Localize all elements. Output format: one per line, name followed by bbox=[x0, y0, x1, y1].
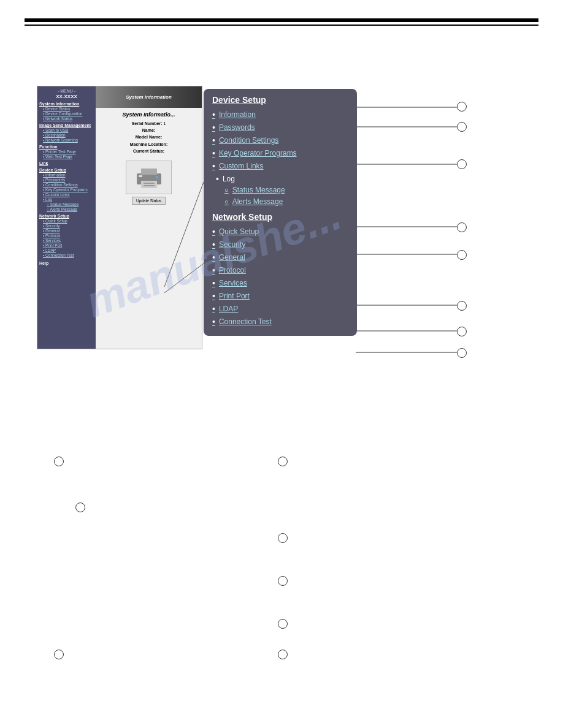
popup-log-label: Log bbox=[212, 174, 348, 184]
popup-status-message[interactable]: Status Message bbox=[212, 186, 348, 194]
sidebar-link-custom-links[interactable]: Custom Links bbox=[39, 192, 94, 197]
popup-security[interactable]: Security bbox=[212, 240, 348, 249]
bottom-circle-6 bbox=[278, 619, 288, 629]
sidebar-link-network-scanning[interactable]: Network Scanning bbox=[39, 138, 94, 142]
bottom-circle-4 bbox=[278, 533, 288, 543]
svg-rect-4 bbox=[144, 185, 155, 186]
info-location: Machine Location: bbox=[99, 141, 198, 148]
popup-ldap[interactable]: LDAP bbox=[212, 304, 348, 314]
browser-main-panel: System Information System Informatio... … bbox=[96, 86, 202, 349]
popup-information[interactable]: Information bbox=[212, 110, 348, 119]
sidebar-section-network-setup: Network Setup bbox=[39, 214, 94, 218]
sidebar-link-services[interactable]: Services bbox=[39, 238, 94, 243]
sidebar-link-security[interactable]: Security bbox=[39, 224, 94, 228]
circle-6 bbox=[457, 301, 467, 311]
circle-4 bbox=[457, 222, 467, 232]
popup-alerts-message[interactable]: Alerts Message bbox=[212, 197, 348, 206]
sidebar-link-device-config[interactable]: Device Configuration bbox=[39, 112, 94, 116]
update-status-button[interactable]: Update Status bbox=[132, 197, 166, 205]
info-model: Model Name: bbox=[99, 134, 198, 140]
printer-svg bbox=[134, 165, 164, 189]
svg-rect-3 bbox=[144, 183, 155, 184]
network-setup-section: Network Setup Quick Setup Security Gener… bbox=[212, 212, 348, 327]
sidebar-section-function: Function bbox=[39, 145, 94, 149]
bottom-circle-7 bbox=[54, 650, 64, 659]
sidebar-link-protocol[interactable]: Protocol bbox=[39, 233, 94, 238]
popup-services[interactable]: Services bbox=[212, 278, 348, 288]
sidebar-link-web-test[interactable]: Web Test Page bbox=[39, 154, 94, 159]
circle-7 bbox=[457, 327, 467, 336]
bottom-circle-3 bbox=[75, 502, 85, 512]
sidebar-link-passwords[interactable]: Passwords bbox=[39, 178, 94, 182]
browser-header-image: System Information bbox=[96, 86, 202, 108]
bottom-circle-1 bbox=[54, 457, 64, 466]
circle-5 bbox=[457, 250, 467, 260]
popup-protocol[interactable]: Protocol bbox=[212, 265, 348, 275]
device-setup-popup: Device Setup Information Passwords Condi… bbox=[204, 89, 357, 336]
sidebar-help: Help bbox=[39, 261, 94, 265]
popup-condition-settings[interactable]: Condition Settings bbox=[212, 135, 348, 145]
device-image-box bbox=[126, 161, 172, 194]
sidebar-link-connection-test[interactable]: Connection Test bbox=[39, 253, 94, 257]
sidebar-section-image-send: Image Send Management bbox=[39, 123, 94, 127]
network-setup-title: Network Setup bbox=[212, 212, 348, 222]
system-info-panel: System Informatio... Serial Number: 1 Na… bbox=[96, 108, 202, 158]
sidebar-link-status-message[interactable]: Status Message bbox=[39, 202, 94, 207]
bottom-circle-5 bbox=[278, 576, 288, 586]
sidebar-link-key-operator[interactable]: Key Operator Programs bbox=[39, 188, 94, 192]
svg-point-5 bbox=[156, 176, 158, 178]
sidebar-section-system-info: System Information bbox=[39, 102, 94, 106]
sidebar-link-information[interactable]: Information bbox=[39, 173, 94, 177]
popup-general[interactable]: General bbox=[212, 252, 348, 262]
sidebar-link-network-status[interactable]: Network Status bbox=[39, 116, 94, 121]
sidebar-link-print-port[interactable]: Print Port bbox=[39, 243, 94, 248]
popup-custom-links[interactable]: Custom Links bbox=[212, 161, 348, 171]
popup-connection-test[interactable]: Connection Test bbox=[212, 317, 348, 327]
circle-3 bbox=[457, 159, 467, 169]
info-status: Current Status: bbox=[99, 148, 198, 154]
sidebar-link-alerts-message[interactable]: Alerts Message bbox=[39, 207, 94, 211]
sidebar-section-device-setup: Device Setup bbox=[39, 168, 94, 172]
sidebar-link-condition-settings[interactable]: Condition Settings bbox=[39, 183, 94, 187]
panel-title: System Informatio... bbox=[99, 112, 198, 118]
sidebar-link-destination[interactable]: Destination bbox=[39, 133, 94, 137]
sidebar-link-log[interactable]: Log bbox=[39, 197, 94, 202]
device-setup-title: Device Setup bbox=[212, 95, 348, 105]
header-label: System Information bbox=[126, 94, 172, 100]
popup-key-operator[interactable]: Key Operator Programs bbox=[212, 148, 348, 158]
popup-print-port[interactable]: Print Port bbox=[212, 291, 348, 301]
bottom-circle-8 bbox=[278, 650, 288, 659]
sidebar-link-ldap[interactable]: LDAP bbox=[39, 248, 94, 252]
circle-8 bbox=[457, 348, 467, 358]
sidebar-section-link: Link bbox=[39, 161, 94, 165]
circle-1 bbox=[457, 102, 467, 112]
model-name: XX-XXXX bbox=[39, 94, 94, 99]
browser-mockup: - MENU - XX-XXXX System Information Devi… bbox=[37, 86, 202, 349]
menu-title: - MENU - bbox=[39, 89, 94, 93]
popup-quick-setup[interactable]: Quick Setup bbox=[212, 227, 348, 237]
svg-rect-6 bbox=[139, 175, 142, 177]
bottom-circle-2 bbox=[278, 457, 288, 466]
info-name: Name: bbox=[99, 127, 198, 134]
circle-2 bbox=[457, 122, 467, 132]
sidebar-link-scan-usb[interactable]: Scan to USB bbox=[39, 128, 94, 132]
sidebar: - MENU - XX-XXXX System Information Devi… bbox=[37, 86, 96, 349]
svg-rect-2 bbox=[141, 181, 157, 188]
top-bar-thick bbox=[25, 18, 538, 22]
top-bar-thin bbox=[25, 25, 538, 26]
svg-rect-1 bbox=[141, 169, 157, 175]
popup-passwords[interactable]: Passwords bbox=[212, 123, 348, 132]
sidebar-link-printer-test[interactable]: Printer Test Page bbox=[39, 150, 94, 154]
sidebar-link-general[interactable]: General bbox=[39, 229, 94, 233]
sidebar-link-device-status[interactable]: Device Status bbox=[39, 107, 94, 111]
sidebar-link-quick-setup[interactable]: Quick Setup bbox=[39, 219, 94, 223]
info-serial: Serial Number: 1 bbox=[99, 120, 198, 127]
